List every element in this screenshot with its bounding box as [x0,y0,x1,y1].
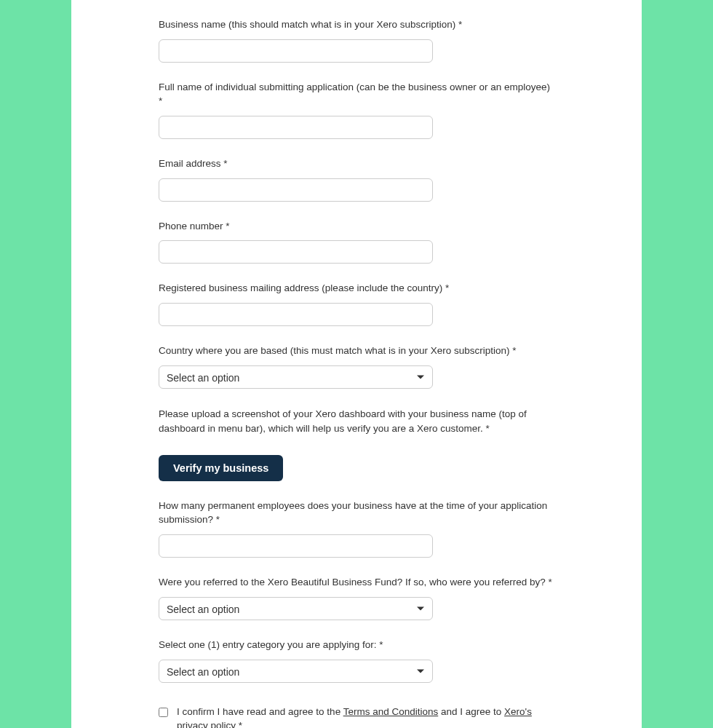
input-employees[interactable] [159,534,433,558]
label-referred: Were you referred to the Xero Beautiful … [159,576,554,590]
confirm-row: I confirm I have read and agree to the T… [159,705,554,728]
application-form: Business name (this should match what is… [71,0,642,728]
field-referred: Were you referred to the Xero Beautiful … [159,558,554,620]
confirm-pre: I confirm I have read and agree to the [177,706,343,717]
field-country: Country where you are based (this must m… [159,326,554,389]
confirm-post: * [236,720,242,728]
confirm-checkbox[interactable] [159,708,168,717]
field-employees: How many permanent employees does your b… [159,481,554,558]
label-business-name: Business name (this should match what is… [159,18,554,32]
select-referred[interactable]: Select an option [159,597,433,620]
label-employees: How many permanent employees does your b… [159,499,554,527]
label-country: Country where you are based (this must m… [159,344,554,358]
field-full-name: Full name of individual submitting appli… [159,63,554,139]
label-phone: Phone number * [159,220,554,234]
field-phone: Phone number * [159,202,554,264]
input-full-name[interactable] [159,116,433,139]
label-email: Email address * [159,157,554,171]
input-business-name[interactable] [159,39,433,63]
upload-instruction: Please upload a screenshot of your Xero … [159,407,554,435]
field-mailing-address: Registered business mailing address (ple… [159,264,554,326]
input-phone[interactable] [159,240,433,264]
label-mailing-address: Registered business mailing address (ple… [159,282,554,296]
terms-link[interactable]: Terms and Conditions [343,706,439,717]
confirm-text: I confirm I have read and agree to the T… [177,705,554,728]
select-category[interactable]: Select an option [159,660,433,683]
select-country[interactable]: Select an option [159,365,433,389]
input-email[interactable] [159,178,433,202]
confirm-mid: and I agree to [438,706,504,717]
label-category: Select one (1) entry category you are ap… [159,638,554,652]
verify-business-button[interactable]: Verify my business [159,455,283,481]
field-email: Email address * [159,139,554,202]
field-business-name: Business name (this should match what is… [159,0,554,63]
field-category: Select one (1) entry category you are ap… [159,620,554,683]
input-mailing-address[interactable] [159,303,433,326]
label-full-name: Full name of individual submitting appli… [159,81,554,108]
